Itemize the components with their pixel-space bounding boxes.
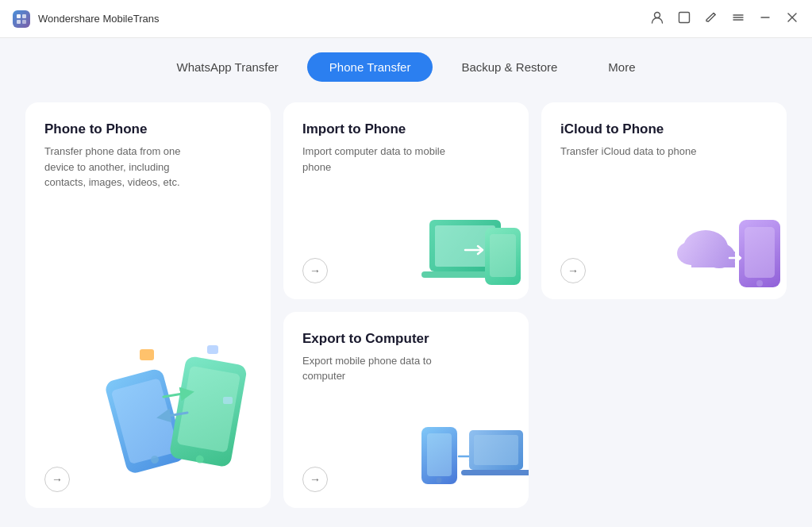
- svg-rect-19: [207, 345, 218, 354]
- card-phone-to-phone-title: Phone to Phone: [44, 121, 252, 137]
- import-to-phone-illustration: [418, 204, 521, 291]
- svg-point-4: [655, 13, 660, 18]
- title-bar: Wondershare MobileTrans: [0, 0, 812, 38]
- svg-rect-20: [223, 397, 233, 404]
- icloud-to-phone-illustration: [675, 204, 779, 291]
- card-import-desc: Import computer data to mobile phone: [302, 144, 445, 175]
- app-title-label: Wondershare MobileTrans: [38, 13, 159, 25]
- card-export-title: Export to Computer: [302, 331, 510, 347]
- svg-rect-0: [17, 14, 21, 18]
- title-bar-left: Wondershare MobileTrans: [13, 10, 159, 28]
- tab-phone-transfer[interactable]: Phone Transfer: [307, 52, 433, 82]
- window-icon[interactable]: [677, 10, 691, 27]
- svg-rect-38: [461, 470, 529, 475]
- svg-rect-37: [474, 435, 518, 465]
- phone-to-phone-illustration: [88, 317, 263, 492]
- tab-more[interactable]: More: [586, 52, 657, 82]
- nav-bar: WhatsApp Transfer Phone Transfer Backup …: [0, 38, 812, 94]
- svg-rect-3: [22, 20, 26, 24]
- card-export-to-computer[interactable]: Export to Computer Export mobile phone d…: [283, 312, 529, 509]
- edit-icon[interactable]: [704, 10, 718, 27]
- minimize-icon[interactable]: [758, 10, 772, 27]
- svg-rect-5: [679, 13, 690, 23]
- card-icloud-to-phone[interactable]: iCloud to Phone Transfer iCloud data to …: [541, 102, 787, 299]
- svg-rect-34: [427, 433, 452, 476]
- card-phone-to-phone-desc: Transfer phone data from one device to a…: [44, 144, 187, 190]
- svg-rect-32: [691, 252, 735, 267]
- card-export-desc: Export mobile phone data to computer: [302, 353, 445, 384]
- close-icon[interactable]: [785, 10, 799, 27]
- svg-rect-27: [745, 227, 775, 278]
- card-icloud-arrow[interactable]: →: [560, 258, 586, 283]
- card-export-arrow[interactable]: →: [302, 467, 328, 492]
- card-icloud-desc: Transfer iCloud data to phone: [560, 144, 703, 160]
- svg-rect-13: [111, 378, 179, 464]
- tab-whatsapp-transfer[interactable]: WhatsApp Transfer: [154, 52, 300, 82]
- export-to-computer-illustration: [410, 413, 521, 500]
- card-icloud-title: iCloud to Phone: [560, 121, 768, 137]
- card-phone-to-phone-arrow[interactable]: →: [44, 467, 70, 492]
- svg-point-35: [437, 478, 442, 483]
- card-import-arrow[interactable]: →: [302, 258, 328, 283]
- card-import-to-phone[interactable]: Import to Phone Import computer data to …: [283, 102, 529, 299]
- profile-icon[interactable]: [650, 10, 664, 27]
- svg-point-28: [756, 280, 763, 287]
- svg-rect-1: [22, 14, 26, 18]
- card-phone-to-phone[interactable]: Phone to Phone Transfer phone data from …: [25, 102, 271, 508]
- svg-rect-2: [17, 20, 21, 24]
- menu-icon[interactable]: [731, 10, 745, 27]
- app-icon: [13, 10, 30, 28]
- tab-backup-restore[interactable]: Backup & Restore: [439, 52, 579, 82]
- card-import-title: Import to Phone: [302, 121, 510, 137]
- main-content: Phone to Phone Transfer phone data from …: [0, 94, 812, 527]
- svg-rect-18: [140, 349, 154, 360]
- title-bar-controls: [650, 10, 799, 27]
- svg-rect-25: [490, 234, 516, 277]
